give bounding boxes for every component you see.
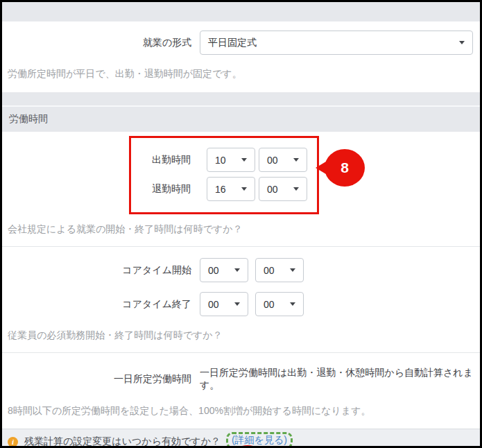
chevron-down-icon (234, 302, 240, 306)
start-time-hour-select[interactable]: 10 (207, 148, 255, 172)
core-start-minute-value: 00 (264, 265, 275, 276)
commute-time-section: 出勤時間 10 00 退勤時間 16 00 (2, 132, 480, 247)
annotation-box-details: (詳細を見る) (226, 432, 293, 448)
end-time-hour-select[interactable]: 16 (207, 177, 255, 201)
info-text: 残業計算の設定変更はいつから有効ですか？ (24, 436, 221, 448)
core-end-label: コアタイム終了 (2, 298, 200, 311)
callout-badge-8: 8 (325, 149, 365, 187)
core-end-minute-select[interactable]: 00 (255, 292, 304, 316)
work-style-help-text: 労働所定時間が平日で、出勤・退勤時間が固定です。 (8, 68, 474, 80)
end-time-minute-value: 00 (267, 184, 278, 195)
core-end-hour-select[interactable]: 00 (200, 292, 248, 316)
core-start-label: コアタイム開始 (2, 264, 200, 277)
start-time-label: 出勤時間 (131, 154, 191, 166)
core-start-hour-select[interactable]: 00 (200, 258, 248, 282)
work-style-row: 就業の形式 平日固定式 (2, 31, 480, 55)
daily-hours-label: 一日所定労働時間 (2, 373, 200, 386)
core-end-minute-value: 00 (264, 299, 275, 310)
core-end-hour-value: 00 (208, 299, 219, 310)
start-time-hour-value: 10 (215, 155, 226, 166)
work-style-select[interactable]: 平日固定式 (200, 31, 473, 55)
work-style-value: 平日固定式 (208, 37, 257, 49)
work-style-section: 就業の形式 平日固定式 労働所定時間が平日で、出勤・退勤時間が固定です。 (2, 21, 480, 80)
section-title: 労働時間 (2, 107, 480, 132)
daily-hours-row: 一日所定労働時間 一日所定労働時間は出勤・退勤・休憩時間から自動計算されます。 (2, 367, 480, 392)
end-time-hour-value: 16 (215, 184, 226, 195)
end-time-minute-select[interactable]: 00 (259, 177, 307, 201)
divider (2, 246, 480, 247)
chevron-down-icon (241, 187, 247, 191)
chevron-down-icon (290, 268, 295, 272)
core-start-row: コアタイム開始 00 00 (2, 258, 480, 282)
chevron-down-icon (234, 268, 240, 272)
section-gap-band (2, 92, 480, 107)
info-row: i 残業計算の設定変更はいつから有効ですか？ (詳細を見る) (8, 435, 474, 448)
core-start-hour-value: 00 (208, 265, 219, 276)
start-time-minute-select[interactable]: 00 (259, 148, 307, 172)
core-time-section: コアタイム開始 00 00 コアタイム終了 00 00 従業員の必須勤務開始・終… (2, 247, 480, 353)
annotation-box-8: 出勤時間 10 00 退勤時間 16 00 (129, 136, 319, 214)
work-time-help-text: 会社規定による就業の開始・終了時間は何時ですか？ (8, 223, 474, 236)
chevron-down-icon (459, 41, 465, 44)
chevron-down-icon (290, 302, 295, 306)
chevron-down-icon (241, 158, 247, 162)
end-time-label: 退勤時間 (131, 183, 191, 196)
chevron-down-icon (293, 158, 299, 162)
start-time-minute-value: 00 (267, 155, 278, 166)
core-end-row: コアタイム終了 00 00 (2, 292, 480, 316)
work-style-label: 就業の形式 (2, 37, 200, 49)
info-icon: i (8, 437, 18, 447)
footer-bar: i 残業計算の設定変更はいつから有効ですか？ (詳細を見る) 保存 キャンセル … (2, 429, 480, 448)
daily-hours-value: 一日所定労働時間は出勤・退勤・休憩時間から自動計算されます。 (200, 367, 480, 392)
core-start-minute-select[interactable]: 00 (255, 258, 304, 282)
chevron-down-icon (293, 187, 299, 191)
start-time-row: 出勤時間 10 00 (131, 148, 317, 172)
core-time-help-text: 従業員の必須勤務開始・終了時間は何時ですか？ (8, 329, 474, 342)
top-divider-band (2, 2, 480, 21)
end-time-row: 退勤時間 16 00 (131, 177, 317, 201)
daily-hours-help-text: 8時間以下の所定労働時間を設定した場合、100%割増が開始する時間になります。 (8, 405, 474, 417)
details-link[interactable]: (詳細を見る) (232, 434, 287, 445)
settings-panel: 就業の形式 平日固定式 労働所定時間が平日で、出勤・退勤時間が固定です。 労働時… (0, 0, 482, 448)
daily-hours-section: 一日所定労働時間 一日所定労働時間は出勤・退勤・休憩時間から自動計算されます。 … (2, 353, 480, 417)
